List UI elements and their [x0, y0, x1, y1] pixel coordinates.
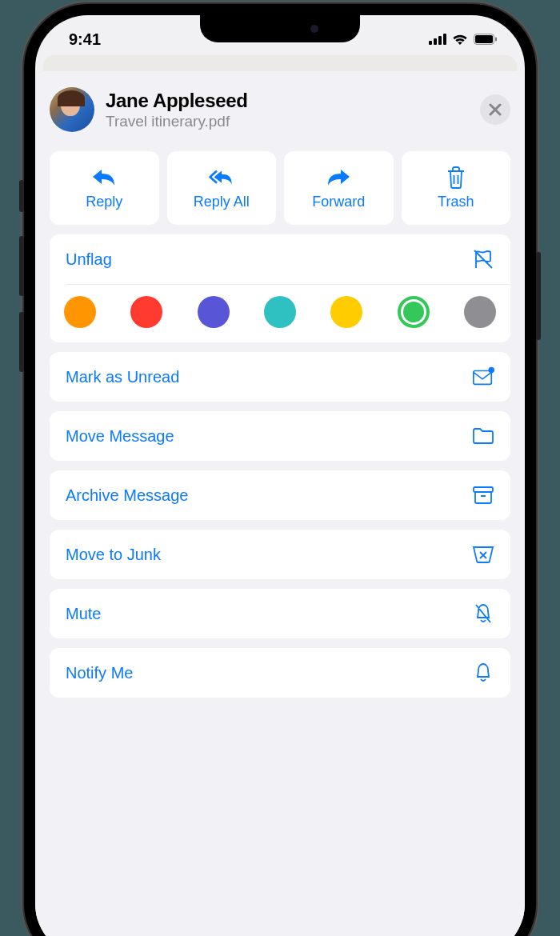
svg-point-8 — [489, 367, 494, 373]
trash-button[interactable]: Trash — [402, 151, 511, 225]
reply-label: Reply — [86, 194, 122, 210]
move-message-button[interactable]: Move Message — [50, 411, 510, 461]
svg-rect-7 — [474, 371, 491, 385]
mute-label: Mute — [66, 605, 101, 623]
move-label: Move Message — [66, 427, 174, 446]
mute-bell-icon — [472, 602, 494, 625]
flag-color-1[interactable] — [130, 296, 162, 328]
mark-unread-label: Mark as Unread — [66, 368, 179, 386]
flag-color-2[interactable] — [198, 296, 230, 328]
mark-unread-button[interactable]: Mark as Unread — [50, 352, 510, 402]
flag-color-3[interactable] — [264, 296, 296, 328]
svg-rect-0 — [429, 41, 432, 45]
unread-mail-icon — [472, 366, 494, 388]
svg-rect-1 — [434, 38, 437, 45]
forward-icon — [325, 166, 352, 190]
trash-icon — [442, 166, 470, 190]
unflag-label: Unflag — [66, 250, 112, 269]
svg-rect-6 — [495, 38, 497, 42]
battery-icon — [474, 34, 498, 45]
flag-color-0[interactable] — [64, 296, 96, 328]
reply-icon — [90, 166, 118, 190]
attachment-name: Travel itinerary.pdf — [106, 113, 469, 130]
mute-button[interactable]: Mute — [50, 589, 510, 638]
folder-icon — [472, 425, 494, 447]
flag-color-4[interactable] — [330, 296, 362, 328]
junk-label: Move to Junk — [66, 546, 161, 564]
svg-rect-2 — [438, 36, 442, 45]
flag-color-row — [50, 285, 510, 342]
archive-button[interactable]: Archive Message — [50, 470, 510, 520]
forward-label: Forward — [312, 194, 365, 210]
svg-rect-5 — [475, 35, 493, 43]
unflag-icon — [472, 248, 494, 270]
cellular-icon — [429, 34, 446, 45]
archive-icon — [472, 484, 494, 506]
action-sheet: Jane Appleseed Travel itinerary.pdf Repl… — [35, 71, 525, 936]
unflag-button[interactable]: Unflag — [50, 234, 510, 284]
close-icon — [489, 103, 502, 116]
avatar — [50, 87, 94, 132]
notify-bell-icon — [472, 662, 494, 684]
background-sheet-peek — [43, 55, 517, 71]
reply-button[interactable]: Reply — [50, 151, 159, 225]
archive-label: Archive Message — [66, 486, 188, 505]
flag-color-6[interactable] — [464, 296, 496, 328]
trash-label: Trash — [438, 194, 474, 210]
reply-all-button[interactable]: Reply All — [167, 151, 277, 225]
flag-card: Unflag — [50, 234, 510, 342]
forward-button[interactable]: Forward — [284, 151, 394, 225]
status-time: 9:41 — [69, 30, 101, 49]
svg-rect-9 — [474, 487, 493, 492]
reply-all-label: Reply All — [194, 194, 250, 210]
close-button[interactable] — [480, 94, 510, 125]
notify-label: Notify Me — [66, 664, 133, 682]
junk-icon — [472, 543, 494, 566]
sender-name: Jane Appleseed — [106, 90, 469, 112]
move-to-junk-button[interactable]: Move to Junk — [50, 530, 510, 579]
reply-all-icon — [208, 166, 235, 190]
wifi-icon — [451, 33, 469, 46]
flag-color-5[interactable] — [398, 296, 430, 328]
notify-me-button[interactable]: Notify Me — [50, 648, 510, 698]
svg-rect-3 — [443, 34, 446, 45]
